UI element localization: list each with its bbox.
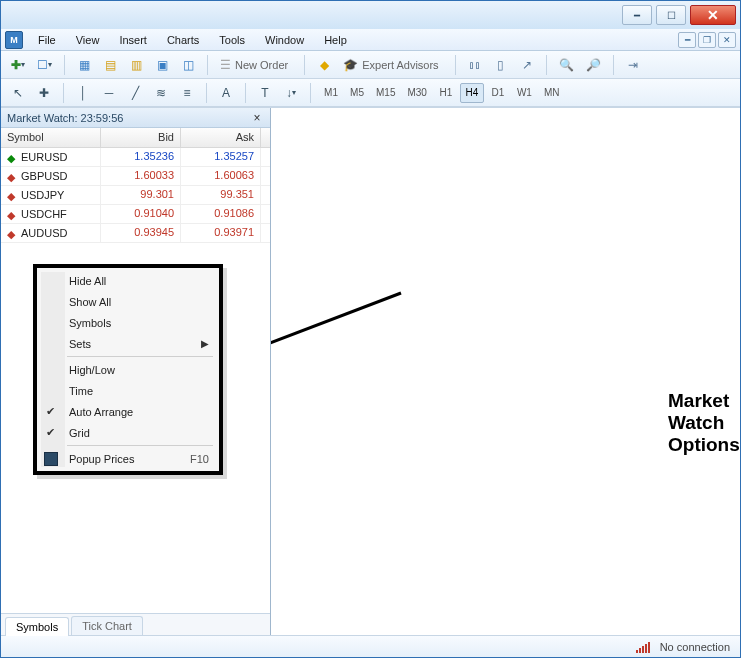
vertical-line-button[interactable]: │ — [72, 82, 94, 104]
arrows-button[interactable]: ↓▾ — [280, 82, 302, 104]
symbol-row[interactable]: ◆USDJPY99.30199.351 — [1, 186, 270, 205]
trendline-button[interactable]: ╱ — [124, 82, 146, 104]
column-bid[interactable]: Bid — [101, 128, 181, 147]
terminal-toggle[interactable]: ▣ — [151, 54, 173, 76]
cursor-icon: ↖ — [13, 86, 23, 100]
channel-button[interactable]: ≋ — [150, 82, 172, 104]
timeframe-m1[interactable]: M1 — [319, 83, 343, 103]
separator — [63, 83, 64, 103]
column-ask[interactable]: Ask — [181, 128, 261, 147]
data-window-toggle[interactable]: ▤ — [99, 54, 121, 76]
label-icon: T — [261, 86, 268, 100]
zoom-in-icon: 🔍 — [559, 58, 574, 72]
plus-icon: ✚ — [11, 58, 21, 72]
symbol-row[interactable]: ◆USDCHF0.910400.91086 — [1, 205, 270, 224]
cm-popup-shortcut: F10 — [190, 453, 209, 465]
order-icon: ☰ — [220, 58, 231, 72]
separator — [207, 55, 208, 75]
market-watch-close-button[interactable]: × — [250, 111, 264, 125]
popup-icon — [44, 452, 58, 466]
auto-scroll-button[interactable]: ⇥ — [622, 54, 644, 76]
panel-icon: ▤ — [105, 58, 116, 72]
mdi-close-button[interactable]: ✕ — [718, 32, 736, 48]
zoom-in-button[interactable]: 🔍 — [555, 54, 578, 76]
vline-icon: │ — [79, 86, 87, 100]
expert-advisors-label: Expert Advisors — [358, 59, 442, 71]
cm-time[interactable]: Time — [39, 380, 217, 401]
cursor-button[interactable]: ↖ — [7, 82, 29, 104]
menu-charts[interactable]: Charts — [158, 31, 208, 49]
cm-sets[interactable]: Sets▶ — [39, 333, 217, 354]
trendline-icon: ╱ — [132, 86, 139, 100]
crosshair-button[interactable]: ✚ — [33, 82, 55, 104]
profiles-button[interactable]: ☐▾ — [33, 54, 56, 76]
cm-hide-all[interactable]: Hide All — [39, 270, 217, 291]
toolbar-standard: ✚▾ ☐▾ ▦ ▤ ▥ ▣ ◫ ☰New Order ◆ 🎓Expert Adv… — [1, 51, 740, 79]
crosshair-icon: ✚ — [39, 86, 49, 100]
cm-high-low[interactable]: High/Low — [39, 359, 217, 380]
mdi-controls: ━ ❐ ✕ — [678, 32, 740, 48]
expert-advisors-button[interactable]: 🎓Expert Advisors — [339, 54, 446, 76]
cm-popup-prices[interactable]: Popup PricesF10 — [39, 448, 217, 469]
text-label-button[interactable]: T — [254, 82, 276, 104]
window-minimize-button[interactable]: ━ — [622, 5, 652, 25]
menu-file[interactable]: File — [29, 31, 65, 49]
timeframe-h1[interactable]: H1 — [434, 83, 458, 103]
mdi-minimize-button[interactable]: ━ — [678, 32, 696, 48]
timeframe-h4[interactable]: H4 — [460, 83, 484, 103]
timeframe-m30[interactable]: M30 — [402, 83, 431, 103]
cm-show-all[interactable]: Show All — [39, 291, 217, 312]
menu-view[interactable]: View — [67, 31, 109, 49]
cm-symbols[interactable]: Symbols — [39, 312, 217, 333]
bid-value: 0.91040 — [101, 205, 181, 223]
cm-grid[interactable]: ✔Grid — [39, 422, 217, 443]
window-close-button[interactable]: ✕ — [690, 5, 736, 25]
market-watch-titlebar: Market Watch: 23:59:56 × — [1, 108, 270, 128]
toolbar-line-studies: ↖ ✚ │ ─ ╱ ≋ ≡ A T ↓▾ M1M5M15M30H1H4D1W1M… — [1, 79, 740, 107]
market-watch-toggle[interactable]: ▦ — [73, 54, 95, 76]
candle-chart-button[interactable]: ▯ — [490, 54, 512, 76]
window-maximize-button[interactable]: ☐ — [656, 5, 686, 25]
new-order-button[interactable]: ☰New Order — [216, 54, 296, 76]
navigator-toggle[interactable]: ▥ — [125, 54, 147, 76]
ask-value: 0.91086 — [181, 205, 261, 223]
strategy-tester-toggle[interactable]: ◫ — [177, 54, 199, 76]
candles-icon: ▯ — [497, 58, 504, 72]
symbol-name: USDJPY — [21, 189, 64, 201]
chart-area: Market Watch Options — [271, 108, 740, 635]
zoom-out-button[interactable]: 🔎 — [582, 54, 605, 76]
horizontal-line-button[interactable]: ─ — [98, 82, 120, 104]
check-icon: ✔ — [46, 426, 55, 439]
tab-symbols[interactable]: Symbols — [5, 617, 69, 636]
timeframe-m5[interactable]: M5 — [345, 83, 369, 103]
tab-tick-chart[interactable]: Tick Chart — [71, 616, 143, 635]
market-watch-context-menu: Hide All Show All Symbols Sets▶ High/Low… — [33, 264, 223, 475]
timeframe-mn[interactable]: MN — [539, 83, 565, 103]
cm-symbols-label: Symbols — [69, 317, 111, 329]
bar-chart-button[interactable]: ⫾⫾ — [464, 54, 486, 76]
new-chart-button[interactable]: ✚▾ — [7, 54, 29, 76]
market-watch-headers: Symbol Bid Ask — [1, 128, 270, 148]
timeframe-m15[interactable]: M15 — [371, 83, 400, 103]
bid-value: 1.35236 — [101, 148, 181, 166]
menu-tools[interactable]: Tools — [210, 31, 254, 49]
column-symbol[interactable]: Symbol — [1, 128, 101, 147]
symbol-row[interactable]: ◆EURUSD1.352361.35257 — [1, 148, 270, 167]
timeframe-w1[interactable]: W1 — [512, 83, 537, 103]
symbol-row[interactable]: ◆GBPUSD1.600331.60063 — [1, 167, 270, 186]
line-chart-button[interactable]: ↗ — [516, 54, 538, 76]
menu-insert[interactable]: Insert — [110, 31, 156, 49]
cm-popup-prices-label: Popup Prices — [69, 453, 134, 465]
cm-high-low-label: High/Low — [69, 364, 115, 376]
fibo-button[interactable]: ≡ — [176, 82, 198, 104]
metaeditor-button[interactable]: ◆ — [313, 54, 335, 76]
connection-status: No connection — [660, 641, 730, 653]
timeframe-d1[interactable]: D1 — [486, 83, 510, 103]
menu-help[interactable]: Help — [315, 31, 356, 49]
text-button[interactable]: A — [215, 82, 237, 104]
symbol-row[interactable]: ◆AUDUSD0.939450.93971 — [1, 224, 270, 243]
mdi-restore-button[interactable]: ❐ — [698, 32, 716, 48]
cm-auto-arrange[interactable]: ✔Auto Arrange — [39, 401, 217, 422]
symbol-name: EURUSD — [21, 151, 67, 163]
menu-window[interactable]: Window — [256, 31, 313, 49]
